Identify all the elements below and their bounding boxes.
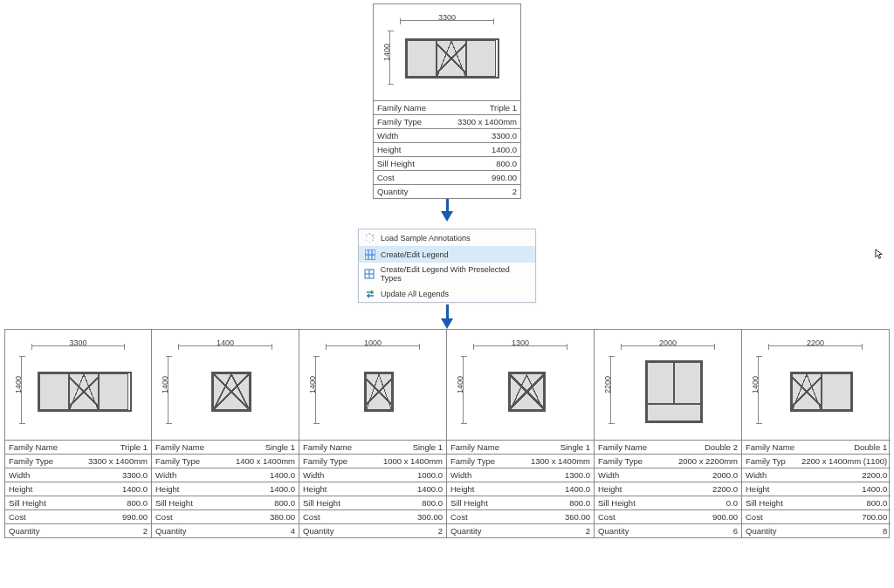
prop-label: Quantity — [742, 524, 798, 538]
prop-label: Sill Height — [742, 496, 798, 510]
prop-label: Sill Height — [152, 496, 219, 510]
table-row: Family Type2000 x 2200mm — [595, 455, 741, 468]
dimension-bar-horizontal — [326, 345, 420, 346]
prop-label: Family Name — [152, 441, 219, 455]
table-row: Family NameSingle 1 — [447, 441, 594, 455]
prop-label: Cost — [5, 510, 72, 524]
prop-label: Family Typ — [742, 455, 798, 468]
table-row: Cost360.00 — [447, 510, 594, 524]
prop-value: 3300.0 — [72, 468, 151, 482]
dimension-bar-vertical — [168, 356, 168, 424]
table-row: Width1000.0 — [299, 468, 446, 482]
prop-label: Width — [152, 468, 219, 482]
table-row: Cost380.00 — [152, 510, 299, 524]
prop-label: Family Type — [152, 455, 219, 468]
prop-value: Single 1 — [367, 441, 446, 455]
prop-value: Double 1 — [798, 441, 891, 455]
table-row: Family NameTriple 1 — [5, 441, 151, 455]
menu-item-create-edit-preselected[interactable]: Create/Edit Legend With Preselected Type… — [359, 263, 535, 285]
prop-label: Sill Height — [299, 496, 367, 510]
prop-label: Sill Height — [447, 496, 514, 510]
window-preview: 20002200 — [595, 330, 741, 440]
label-width: Width — [374, 129, 441, 143]
table-row: Sill Height800.0 — [742, 496, 891, 510]
prop-value: 1400.0 — [514, 482, 594, 496]
prop-value: Double 2 — [662, 441, 741, 455]
prop-value: 1400.0 — [72, 482, 151, 496]
menu-label: Create/Edit Legend With Preselected Type… — [381, 265, 530, 283]
label-sill-height: Sill Height — [374, 157, 441, 171]
dimension-bar-horizontal — [768, 345, 863, 346]
prop-value: 1400 x 1400mm — [219, 455, 299, 468]
prop-label: Height — [742, 482, 798, 496]
menu-item-load-sample[interactable]: Load Sample Annotations — [359, 229, 535, 246]
prop-label: Cost — [447, 510, 514, 524]
label-cost: Cost — [374, 171, 441, 185]
window-preview: 3300 1400 — [374, 4, 520, 100]
table-row: Height1400.0 — [299, 482, 446, 496]
dimension-bar-vertical — [315, 356, 316, 424]
prop-label: Cost — [299, 510, 367, 524]
prop-value: Single 1 — [514, 441, 594, 455]
legend-card: 10001400Family NameSingle 1Family Type10… — [299, 330, 447, 537]
table-row: Width2000.0 — [595, 468, 741, 482]
table-row: Sill Height800.0 — [5, 496, 151, 510]
table-row: Family NameDouble 2 — [595, 441, 741, 455]
prop-label: Height — [447, 482, 514, 496]
prop-value: 1400.0 — [367, 482, 446, 496]
dimension-bar-vertical — [758, 356, 759, 424]
prop-value: 990.00 — [72, 510, 151, 524]
prop-label: Height — [152, 482, 219, 496]
dimension-bar-vertical — [389, 31, 390, 85]
window-graphic — [38, 372, 132, 412]
prop-value: 800.0 — [798, 496, 891, 510]
prop-value: 1000.0 — [367, 468, 446, 482]
prop-label: Family Name — [742, 441, 798, 455]
spinner-icon — [364, 232, 375, 243]
prop-label: Family Type — [447, 455, 514, 468]
prop-value: 2 — [72, 524, 151, 538]
prop-label: Quantity — [152, 524, 219, 538]
properties-table: Family NameSingle 1Family Type1400 x 140… — [152, 440, 299, 537]
value-sill-height: 800.0 — [441, 157, 520, 171]
properties-table: Family NameDouble 2Family Type2000 x 220… — [595, 440, 741, 537]
legend-card: 20002200Family NameDouble 2Family Type20… — [595, 330, 742, 537]
legend-grid: 33001400Family NameTriple 1Family Type33… — [4, 329, 890, 538]
window-graphic — [508, 372, 546, 412]
prop-label: Family Name — [5, 441, 72, 455]
menu-item-update-all[interactable]: Update All Legends — [359, 285, 535, 302]
prop-value: 2200 x 1400mm (1100) — [798, 455, 891, 468]
prop-value: 1400.0 — [219, 468, 299, 482]
prop-label: Width — [5, 468, 72, 482]
menu-label: Update All Legends — [381, 290, 449, 298]
prop-value: 2000 x 2200mm — [662, 455, 741, 468]
prop-value: 1300 x 1400mm — [514, 455, 594, 468]
table-row: Family Type3300 x 1400mm — [5, 455, 151, 468]
prop-value: 1400.0 — [219, 482, 299, 496]
prop-label: Height — [5, 482, 72, 496]
properties-table: Family NameSingle 1Family Type1300 x 140… — [447, 440, 594, 537]
table-row: Height1400.0 — [152, 482, 299, 496]
prop-value: 6 — [662, 524, 741, 538]
prop-value: 900.00 — [662, 510, 741, 524]
flow-arrow — [441, 199, 453, 222]
svg-point-3 — [372, 240, 373, 241]
dimension-bar-vertical — [463, 356, 464, 424]
flow-arrow — [441, 304, 453, 329]
cursor-icon — [875, 249, 884, 260]
prop-label: Family Type — [5, 455, 72, 468]
prop-value: 2 — [367, 524, 446, 538]
label-family-type: Family Type — [374, 115, 441, 129]
table-row: Cost700.00 — [742, 510, 891, 524]
window-preview: 13001400 — [447, 330, 594, 440]
properties-table: Family NameDouble 1Family Typ2200 x 1400… — [742, 440, 891, 537]
prop-label: Width — [299, 468, 367, 482]
menu-label: Load Sample Annotations — [381, 234, 471, 243]
svg-point-4 — [369, 241, 370, 242]
prop-label: Width — [595, 468, 662, 482]
dimension-bar-vertical — [610, 356, 611, 424]
table-row: Sill Height0.0 — [595, 496, 741, 510]
menu-item-create-edit[interactable]: Create/Edit Legend — [359, 246, 535, 263]
properties-table: Family NameSingle 1Family Type1000 x 140… — [299, 440, 446, 537]
table-row: Cost300.00 — [299, 510, 446, 524]
